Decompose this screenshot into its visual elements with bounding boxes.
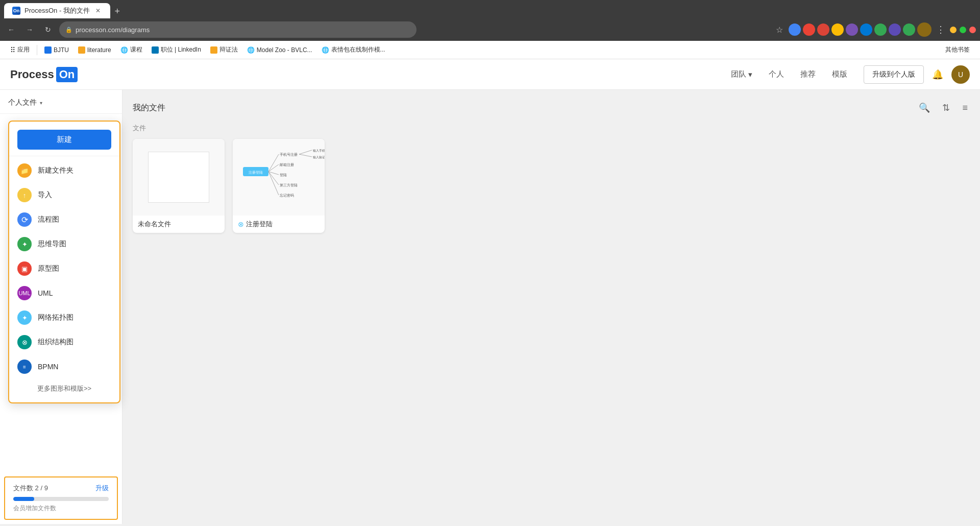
ext-icon-8[interactable] xyxy=(889,23,901,36)
browser-actions: ☆ ⋮ xyxy=(772,22,976,37)
new-tab-button[interactable]: + xyxy=(110,4,125,18)
ext-icon-3[interactable] xyxy=(817,23,829,36)
ext-icon-5[interactable] xyxy=(846,23,858,36)
menu-item-network-label: 网络拓扑图 xyxy=(38,313,74,322)
bookmarks-bar: ⠿ 应用 BJTU literature 🌐 课程 职位 | LinkedIn … xyxy=(0,41,980,59)
bookmark-apps-label: 应用 xyxy=(17,45,30,54)
bookmark-bianzh[interactable]: 辩证法 xyxy=(206,43,242,56)
upgrade-link[interactable]: 升级 xyxy=(95,484,109,493)
menu-item-new-folder[interactable]: 📁 新建文件夹 xyxy=(9,158,119,183)
file-count-text: 文件数 2 / 9 xyxy=(13,484,48,493)
bottom-panel: 文件数 2 / 9 升级 会员增加文件数 xyxy=(4,476,118,520)
tab-title: ProcessOn - 我的文件 xyxy=(24,6,90,15)
more-templates-link[interactable]: 更多图形和模版>> xyxy=(9,379,119,398)
content-toolbar: 🔍 ⇅ ≡ xyxy=(917,100,970,115)
logo[interactable]: ProcessOn xyxy=(10,67,78,82)
maximize-button[interactable] xyxy=(960,27,966,33)
menu-item-uml[interactable]: UML UML xyxy=(9,281,119,305)
bookmark-linkedin-label: 职位 | LinkedIn xyxy=(161,45,201,54)
profile-button[interactable] xyxy=(917,22,932,37)
bookmark-course[interactable]: 🌐 课程 xyxy=(116,43,146,56)
nav-personal[interactable]: 个人 xyxy=(769,69,784,79)
file-card-2[interactable]: 注册登陆 手机号注册 输入手机号 输入验证码 邮箱注册 xyxy=(233,139,325,233)
bell-icon[interactable]: 🔔 xyxy=(932,69,943,80)
svg-text:手机号注册: 手机号注册 xyxy=(280,153,298,156)
chevron-down-icon: ▾ xyxy=(748,70,752,79)
sort-button[interactable]: ⇅ xyxy=(940,100,952,115)
bookmark-literature[interactable]: literature xyxy=(74,44,115,56)
svg-text:输入验证码: 输入验证码 xyxy=(313,156,325,159)
menu-item-mindmap[interactable]: ✦ 思维导图 xyxy=(9,232,119,256)
nav-team[interactable]: 团队 ▾ xyxy=(731,69,752,79)
ext-icon-2[interactable] xyxy=(803,23,815,36)
file-count: 文件数 2 / 9 升级 xyxy=(13,484,109,493)
logo-text: Process xyxy=(10,68,54,81)
close-button[interactable] xyxy=(969,27,976,33)
bookmark-emoji[interactable]: 🌐 表情包在线制作模... xyxy=(317,43,389,56)
breadcrumb: 我的文件 xyxy=(133,103,165,112)
sidebar-personal-files[interactable]: 个人文件 ▾ xyxy=(0,98,122,114)
ext-icon-4[interactable] xyxy=(831,23,844,36)
menu-item-org-label: 组织结构图 xyxy=(38,338,74,347)
file-name-1: 未命名文件 xyxy=(133,216,225,233)
menu-item-org[interactable]: ⊗ 组织结构图 xyxy=(9,330,119,354)
upgrade-hint-text: 会员增加文件数 xyxy=(13,504,109,513)
file-card-1[interactable]: 未命名文件 xyxy=(133,139,225,233)
browser-tab-bar: On ProcessOn - 我的文件 ✕ + xyxy=(0,0,980,18)
tab-favicon: On xyxy=(12,7,20,15)
bookmark-course-label: 课程 xyxy=(130,45,142,54)
svg-text:第三方登陆: 第三方登陆 xyxy=(280,183,298,187)
menu-item-prototype[interactable]: ▣ 原型图 xyxy=(9,256,119,281)
minimize-button[interactable] xyxy=(950,27,957,33)
menu-item-prototype-label: 原型图 xyxy=(38,264,59,273)
menu-item-mindmap-label: 思维导图 xyxy=(38,240,66,249)
logo-box: On xyxy=(56,67,78,82)
nav-template[interactable]: 模版 xyxy=(832,69,847,79)
menu-item-import[interactable]: ↑ 导入 xyxy=(9,183,119,207)
flowchart-icon: ⟳ xyxy=(17,212,32,227)
uml-icon: UML xyxy=(17,286,32,300)
search-button[interactable]: 🔍 xyxy=(917,100,932,115)
bookmark-modelzoo[interactable]: 🌐 Model Zoo - BVLC... xyxy=(243,44,316,56)
bookmark-linkedin[interactable]: 职位 | LinkedIn xyxy=(148,43,205,56)
bookmark-apps[interactable]: ⠿ 应用 xyxy=(6,43,34,56)
star-icon[interactable]: ☆ xyxy=(772,22,787,37)
active-tab[interactable]: On ProcessOn - 我的文件 ✕ xyxy=(4,3,110,18)
lock-icon: 🔒 xyxy=(65,27,72,33)
list-view-button[interactable]: ≡ xyxy=(960,101,970,115)
svg-text:忘记密码: 忘记密码 xyxy=(280,193,294,197)
menu-item-flowchart[interactable]: ⟳ 流程图 xyxy=(9,207,119,232)
file-preview-2: 注册登陆 手机号注册 输入手机号 输入验证码 邮箱注册 xyxy=(233,139,325,216)
breadcrumb-section: 我的文件 xyxy=(133,103,165,113)
other-bookmarks-label: 其他书签 xyxy=(945,45,970,54)
progress-fill xyxy=(13,497,34,501)
menu-button[interactable]: ⋮ xyxy=(934,22,948,37)
new-button[interactable]: 新建 xyxy=(17,130,111,150)
address-text: processon.com/diagrams xyxy=(76,26,150,34)
svg-text:注册登陆: 注册登陆 xyxy=(249,171,263,174)
mindmap-icon: ✦ xyxy=(17,237,32,251)
bookmark-separator xyxy=(37,45,37,55)
address-bar-row: ← → ↻ 🔒 processon.com/diagrams ☆ ⋮ xyxy=(0,18,980,41)
address-bar[interactable]: 🔒 processon.com/diagrams xyxy=(59,21,416,38)
avatar[interactable]: U xyxy=(951,65,970,84)
header-actions: 升级到个人版 🔔 U xyxy=(864,65,970,84)
menu-item-network[interactable]: ✦ 网络拓扑图 xyxy=(9,305,119,330)
bookmark-bjtu[interactable]: BJTU xyxy=(40,44,73,56)
back-button[interactable]: ← xyxy=(4,22,18,37)
dropdown-menu: 新建 📁 新建文件夹 ↑ 导入 ⟳ 流程图 ✦ 思维导图 ▣ 原型图 xyxy=(8,121,120,403)
ext-icon-6[interactable] xyxy=(860,23,872,36)
ext-icon-1[interactable] xyxy=(789,23,801,36)
tab-close-button[interactable]: ✕ xyxy=(94,7,102,15)
forward-button[interactable]: → xyxy=(22,22,37,37)
menu-item-bpmn[interactable]: ≡ BPMN xyxy=(9,354,119,379)
bookmark-bjtu-label: BJTU xyxy=(54,46,69,54)
refresh-button[interactable]: ↻ xyxy=(41,22,55,37)
upgrade-button[interactable]: 升级到个人版 xyxy=(864,65,924,84)
ext-icon-9[interactable] xyxy=(903,23,915,36)
nav-recommend[interactable]: 推荐 xyxy=(800,69,816,79)
menu-item-bpmn-label: BPMN xyxy=(38,363,58,371)
svg-text:邮箱注册: 邮箱注册 xyxy=(280,163,294,166)
other-bookmarks[interactable]: 其他书签 xyxy=(941,43,974,56)
ext-icon-7[interactable] xyxy=(874,23,887,36)
